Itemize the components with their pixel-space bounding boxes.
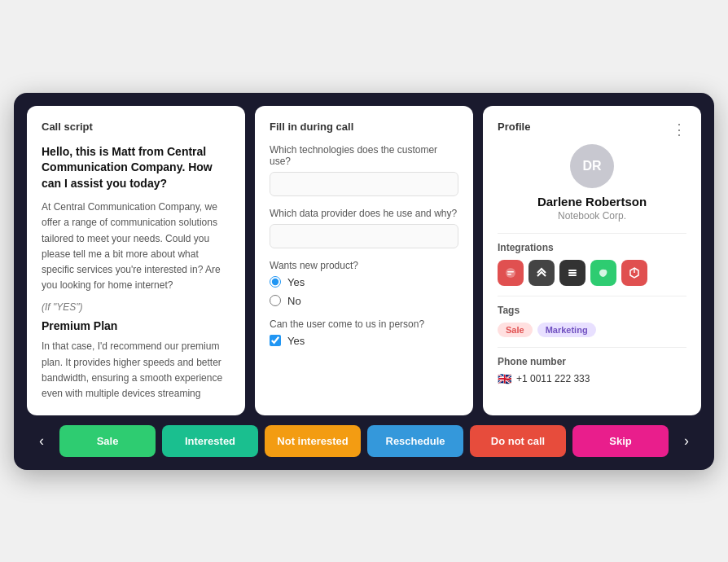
interested-button[interactable]: Interested — [162, 425, 258, 457]
script-body: At Central Communication Company, we off… — [42, 200, 230, 293]
script-conditional: (If "YES") — [42, 301, 230, 313]
script-section-title: Premium Plan — [42, 319, 230, 332]
phone-section: Phone number 🇬🇧 +1 0011 222 333 — [498, 347, 686, 385]
do-not-call-button[interactable]: Do not call — [470, 425, 566, 457]
radio-yes-item[interactable]: Yes — [270, 276, 458, 288]
profile-avatar-section: DR Darlene Robertson Notebook Corp. — [498, 144, 686, 222]
profile-name: Darlene Robertson — [537, 195, 647, 209]
svg-rect-2 — [507, 274, 511, 275]
checkbox-yes-item[interactable]: Yes — [270, 335, 458, 347]
fill-in-panel: Fill in during call Which technologies d… — [255, 106, 473, 415]
tech-field-label: Which technologies does the customer use… — [270, 144, 458, 167]
new-product-radio-group: Yes No — [270, 276, 458, 307]
bottom-bar: ‹ Sale Interested Not interested Resched… — [27, 425, 701, 457]
not-interested-button[interactable]: Not interested — [265, 425, 361, 457]
reschedule-button[interactable]: Reschedule — [367, 425, 463, 457]
radio-yes-input[interactable] — [270, 276, 281, 288]
integrations-label: Integrations — [498, 233, 686, 253]
svg-rect-4 — [568, 272, 577, 274]
phone-label: Phone number — [498, 356, 686, 367]
profile-title: Profile — [498, 121, 530, 133]
script-section-body: In that case, I'd recommend our premium … — [42, 339, 230, 402]
provider-field-input[interactable] — [270, 224, 458, 248]
tech-field-input[interactable] — [270, 172, 458, 196]
action-buttons: Sale Interested Not interested Reschedul… — [59, 425, 669, 457]
integration-magento[interactable] — [621, 260, 647, 286]
radio-yes-label: Yes — [287, 276, 305, 288]
integration-leaf[interactable] — [590, 260, 616, 286]
provider-field-group: Which data provider does he use and why? — [270, 208, 458, 248]
next-arrow[interactable]: › — [675, 429, 698, 452]
profile-panel: Profile ⋮ DR Darlene Robertson Notebook … — [483, 106, 701, 415]
sale-button[interactable]: Sale — [59, 425, 156, 457]
tags-row: Sale Marketing — [498, 323, 686, 337]
in-person-group: Can the user come to us in person? Yes — [270, 318, 458, 347]
phone-number: 🇬🇧 +1 0011 222 333 — [498, 372, 686, 385]
phone-value: +1 0011 222 333 — [516, 373, 590, 384]
radio-no-item[interactable]: No — [270, 295, 458, 307]
tag-marketing[interactable]: Marketing — [537, 323, 596, 337]
tech-field-group: Which technologies does the customer use… — [270, 144, 458, 196]
svg-rect-3 — [568, 270, 577, 271]
avatar: DR — [570, 144, 614, 188]
fill-in-title: Fill in during call — [270, 121, 458, 133]
flag-icon: 🇬🇧 — [498, 372, 511, 385]
script-greeting: Hello, this is Matt from Central Communi… — [42, 144, 230, 192]
integrations-row — [498, 260, 686, 286]
call-script-panel: Call script Hello, this is Matt from Cen… — [27, 106, 245, 415]
integration-dash[interactable] — [528, 260, 555, 286]
more-options-icon[interactable]: ⋮ — [672, 121, 686, 138]
radio-no-input[interactable] — [270, 295, 281, 306]
integration-chat[interactable] — [498, 260, 524, 286]
new-product-group: Wants new product? Yes No — [270, 260, 458, 307]
checkbox-yes-label: Yes — [287, 335, 305, 347]
checkbox-yes-input[interactable] — [270, 335, 281, 346]
app-container: Call script Hello, this is Matt from Cen… — [14, 93, 714, 470]
panels-row: Call script Hello, this is Matt from Cen… — [27, 106, 701, 415]
new-product-label: Wants new product? — [270, 260, 458, 271]
integration-zen[interactable] — [559, 260, 585, 286]
radio-no-label: No — [287, 295, 301, 307]
in-person-checkbox-group: Yes — [270, 335, 458, 347]
prev-arrow[interactable]: ‹ — [30, 429, 53, 452]
svg-point-0 — [506, 268, 515, 278]
tags-label: Tags — [498, 296, 686, 316]
svg-rect-5 — [568, 274, 577, 276]
call-script-title: Call script — [42, 121, 230, 133]
profile-company: Notebook Corp. — [558, 210, 626, 222]
provider-field-label: Which data provider does he use and why? — [270, 208, 458, 219]
svg-rect-1 — [507, 271, 514, 273]
profile-header: Profile ⋮ — [498, 121, 686, 144]
in-person-label: Can the user come to us in person? — [270, 318, 458, 330]
skip-button[interactable]: Skip — [572, 425, 669, 457]
tag-sale[interactable]: Sale — [498, 323, 533, 337]
